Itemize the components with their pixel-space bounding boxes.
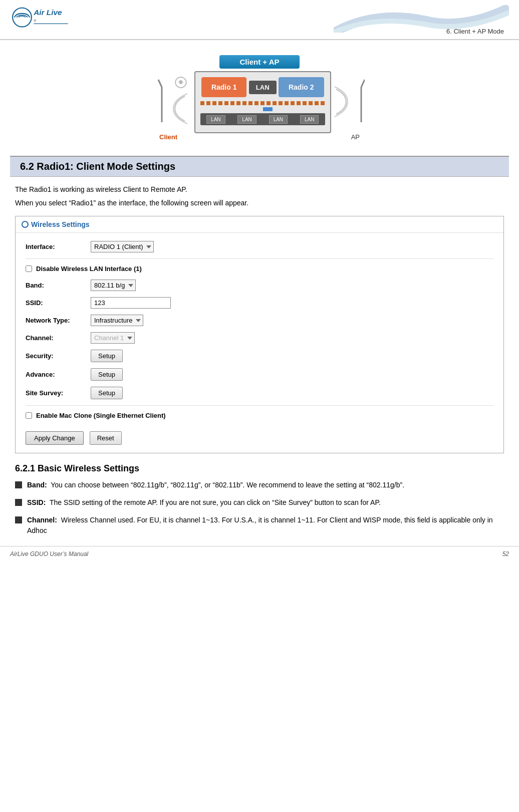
radio1-box: Radio 1: [201, 77, 247, 97]
svg-text:Air Live: Air Live: [33, 8, 62, 17]
band-control: 802.11 b/g 802.11g 802.11b: [91, 280, 136, 291]
site-survey-control: Setup: [91, 387, 123, 399]
bullet-square-channel: [15, 516, 22, 523]
wireless-settings-panel: Wireless Settings Interface: RADIO 1 (Cl…: [15, 216, 504, 453]
connector-bar-left: [200, 101, 325, 105]
interface-control: RADIO 1 (Client): [91, 241, 154, 252]
mac-clone-label: Enable Mac Clone (Single Ethernet Client…: [36, 412, 166, 419]
left-antenna: [154, 77, 165, 127]
network-type-row: Network Type: Infrastructure Ad-hoc: [26, 315, 493, 326]
intro-text-2: When you select “Radio1” as the interfac…: [15, 198, 504, 208]
ssid-row: SSID: 123: [26, 297, 493, 309]
security-control: Setup: [91, 350, 123, 362]
network-type-label: Network Type:: [26, 317, 91, 324]
svg-text:®: ®: [34, 19, 36, 23]
settings-title-text: Wireless Settings: [31, 220, 90, 228]
bullet-square-ssid: [15, 499, 22, 506]
bullet-term-channel: Channel:: [27, 516, 57, 524]
channel-row: Channel: Channel 1: [26, 332, 493, 344]
divider-1: [26, 258, 493, 259]
mac-clone-checkbox[interactable]: [26, 412, 32, 419]
site-survey-row: Site Survey: Setup: [26, 387, 493, 399]
band-select[interactable]: 802.11 b/g 802.11g 802.11b: [91, 280, 136, 291]
lan-port-3: LAN: [269, 115, 288, 124]
disable-wireless-row: Disable Wireless LAN Interface (1): [26, 265, 493, 273]
diagram-section: Client + AP ⦿ Radio 1 LAN Radio 2: [0, 40, 519, 151]
bullet-desc-band: You can choose between “802.11g/b”, “802…: [51, 481, 404, 489]
content-area: The Radio1 is working as wireless Client…: [0, 184, 519, 536]
reset-button[interactable]: Reset: [90, 431, 122, 445]
header-right: 6. Client + AP Mode: [334, 5, 509, 35]
router-box: Radio 1 LAN Radio 2 LAN LAN LAN LAN: [194, 71, 331, 133]
ssid-input[interactable]: 123: [91, 297, 171, 309]
page-header: Air Live ® 6. Client + AP Mode: [0, 0, 519, 40]
settings-circle-icon: [22, 221, 29, 228]
ap-label: AP: [351, 133, 360, 141]
network-type-select[interactable]: Infrastructure Ad-hoc: [91, 315, 143, 326]
security-label: Security:: [26, 352, 91, 360]
section-62-heading: 6.2 Radio1: Client Mode Settings: [10, 156, 509, 177]
header-title: 6. Client + AP Mode: [446, 28, 509, 35]
channel-control: Channel 1: [91, 332, 135, 344]
site-survey-setup-button[interactable]: Setup: [91, 387, 123, 399]
site-survey-label: Site Survey:: [26, 389, 91, 397]
bullet-term-ssid: SSID:: [27, 498, 46, 506]
action-row: Apply Change Reset: [26, 427, 493, 445]
network-type-control: Infrastructure Ad-hoc: [91, 315, 143, 326]
security-setup-button[interactable]: Setup: [91, 350, 123, 362]
right-antenna: [354, 77, 365, 127]
lan-port-2: LAN: [237, 115, 256, 124]
disable-wireless-label: Disable Wireless LAN Interface (1): [36, 265, 142, 273]
bullet-text-channel: Channel: Wireless Channel used. For EU, …: [27, 515, 504, 536]
airlive-logo: Air Live ®: [10, 5, 70, 30]
interface-select[interactable]: RADIO 1 (Client): [91, 241, 154, 252]
apply-change-button[interactable]: Apply Change: [26, 431, 84, 445]
radio-row: Radio 1 LAN Radio 2: [200, 77, 325, 97]
logo-area: Air Live ®: [10, 5, 70, 30]
lan-port-4: LAN: [300, 115, 319, 124]
client-label: Client: [159, 133, 177, 141]
bullet-square-band: [15, 481, 22, 488]
left-wave-icon: ⦿: [168, 75, 194, 130]
band-label: Band:: [26, 282, 91, 289]
advance-setup-button[interactable]: Setup: [91, 368, 123, 381]
client-ap-badge: Client + AP: [219, 55, 299, 69]
svg-line-7: [361, 80, 365, 87]
bullet-term-band: Band:: [27, 481, 47, 489]
interface-row: Interface: RADIO 1 (Client): [26, 241, 493, 252]
disable-wireless-checkbox[interactable]: [26, 265, 32, 272]
bullet-text-ssid: SSID: The SSID setting of the remote AP.…: [27, 497, 381, 508]
interface-label: Interface:: [26, 243, 91, 250]
svg-point-0: [13, 8, 32, 27]
bullet-ssid: SSID: The SSID setting of the remote AP.…: [15, 497, 504, 508]
band-row: Band: 802.11 b/g 802.11g 802.11b: [26, 280, 493, 291]
svg-line-5: [158, 80, 162, 87]
lan-port-1: LAN: [206, 115, 225, 124]
page-footer: AirLive GDUO User’s Manual 52: [0, 546, 519, 562]
bullet-channel: Channel: Wireless Channel used. For EU, …: [15, 515, 504, 536]
advance-label: Advance:: [26, 371, 91, 378]
connector-bar-right: [200, 107, 325, 111]
advance-row: Advance: Setup: [26, 368, 493, 381]
footer-page: 52: [502, 551, 509, 558]
settings-panel-title: Wireless Settings: [16, 216, 503, 233]
bullet-text-band: Band: You can choose between “802.11g/b”…: [27, 480, 404, 490]
lan-center: LAN: [249, 81, 277, 94]
bullet-desc-ssid: The SSID setting of the remote AP. If yo…: [50, 498, 381, 506]
mac-clone-row: Enable Mac Clone (Single Ethernet Client…: [26, 412, 493, 419]
router-diagram: ⦿ Radio 1 LAN Radio 2 LAN: [154, 71, 365, 133]
ssid-control: 123: [91, 297, 171, 309]
lan-ports-bar: LAN LAN LAN LAN: [200, 113, 325, 125]
channel-select[interactable]: Channel 1: [91, 332, 135, 344]
bullet-desc-channel: Wireless Channel used. For EU, it is cha…: [27, 516, 493, 534]
settings-body: Interface: RADIO 1 (Client) Disable Wire…: [16, 233, 503, 453]
bullet-list: Band: You can choose between “802.11g/b”…: [15, 480, 504, 536]
footer-company: AirLive GDUO User’s Manual: [10, 551, 88, 558]
divider-2: [26, 405, 493, 406]
channel-label: Channel:: [26, 334, 91, 342]
advance-control: Setup: [91, 368, 123, 381]
right-wave-icon: [334, 84, 351, 121]
radio2-box: Radio 2: [279, 77, 324, 97]
ssid-label: SSID:: [26, 299, 91, 307]
side-labels: Client AP: [154, 133, 365, 141]
